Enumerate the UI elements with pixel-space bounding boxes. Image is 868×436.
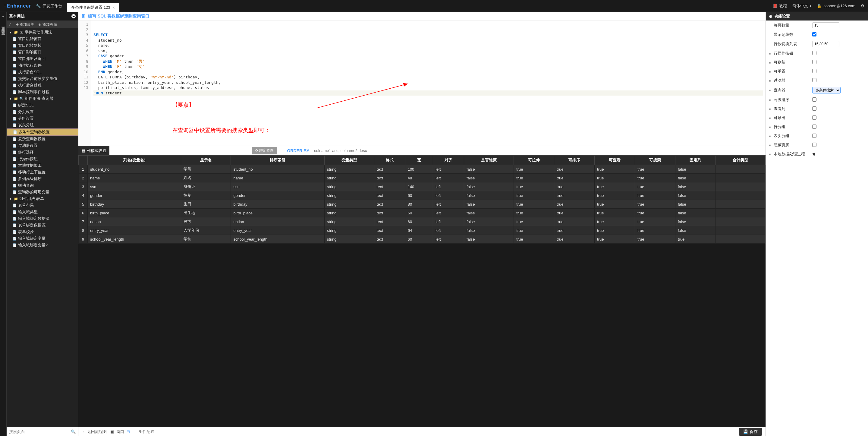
cell[interactable]: 80 (405, 200, 433, 209)
property-checkbox[interactable] (812, 143, 816, 147)
column-header[interactable]: 显示名 (181, 155, 231, 165)
table-row[interactable]: 1student_no学号student_nostringtext100left… (79, 165, 766, 174)
column-header[interactable]: 固定列 (675, 155, 715, 165)
cell[interactable]: true (514, 191, 554, 200)
cell[interactable]: 64 (405, 226, 433, 235)
file-item[interactable]: 📄移动行上下位置 (7, 169, 78, 175)
cell[interactable]: false (464, 209, 514, 217)
cell[interactable]: gender (88, 191, 181, 200)
cell[interactable]: string (324, 174, 374, 182)
cell[interactable]: true (595, 182, 635, 191)
table-row[interactable]: 3ssn身份证ssnstringtext140leftfalsetruetrue… (79, 182, 766, 191)
cell[interactable]: name (88, 174, 181, 182)
file-item[interactable]: 📄多行选择 (7, 149, 78, 155)
cell[interactable]: false (675, 200, 715, 209)
cell[interactable]: 60 (405, 191, 433, 200)
cell[interactable]: left (433, 200, 464, 209)
file-item[interactable]: 📄多条件查询器设置 (7, 128, 78, 136)
cell[interactable]: 民族 (181, 217, 231, 226)
cell[interactable]: nation (88, 217, 181, 226)
cell[interactable]: ssn (231, 182, 324, 191)
cell[interactable]: true (554, 191, 595, 200)
cell[interactable]: 140 (405, 182, 433, 191)
column-header[interactable]: 合计类型 (715, 155, 765, 165)
bind-query-button[interactable]: ⟳ 绑定查询 (252, 147, 277, 154)
cell[interactable]: left (433, 209, 464, 217)
save-button[interactable]: 💾 保存 (739, 428, 762, 436)
file-item[interactable]: 📄分组设置 (7, 115, 78, 122)
cell[interactable]: true (514, 235, 554, 244)
cell[interactable]: string (324, 209, 374, 217)
cell[interactable]: birth_place (231, 209, 324, 217)
cell[interactable] (715, 191, 765, 200)
cell[interactable]: 60 (405, 217, 433, 226)
file-item[interactable]: 📄脚本控制事件过程 (7, 89, 78, 95)
cell[interactable]: 100 (405, 165, 433, 174)
cell[interactable]: true (635, 209, 675, 217)
cell[interactable]: true (595, 174, 635, 182)
file-item[interactable]: 📄联动查询 (7, 182, 78, 189)
column-header[interactable]: 变量类型 (324, 155, 374, 165)
property-checkbox[interactable] (812, 107, 816, 111)
cell[interactable]: string (324, 191, 374, 200)
file-item[interactable]: 📄分页设置 (7, 109, 78, 115)
cell[interactable]: true (514, 200, 554, 209)
cell[interactable]: true (554, 182, 595, 191)
property-input[interactable] (812, 41, 839, 47)
cell[interactable]: true (514, 174, 554, 182)
cell[interactable]: left (433, 182, 464, 191)
cell[interactable]: true (554, 200, 595, 209)
cell[interactable]: true (635, 217, 675, 226)
folder-item[interactable]: ▾📁组件用法-表单 (7, 195, 78, 202)
cell[interactable]: true (554, 174, 595, 182)
cell[interactable]: 60 (405, 209, 433, 217)
dev-workbench-link[interactable]: 🔧 开发工作台 (36, 3, 62, 9)
cell[interactable]: false (675, 217, 715, 226)
cell[interactable]: true (554, 235, 595, 244)
file-item[interactable]: 📄执行后台过程 (7, 82, 78, 89)
rail-item[interactable]: 页面管理 (1, 23, 5, 25)
table-row[interactable]: 9school_year_length学制school_year_lengths… (79, 235, 766, 244)
cell[interactable]: text (374, 209, 405, 217)
cell[interactable]: left (433, 191, 464, 200)
file-item[interactable]: 📄提交后台前改变变量值 (7, 76, 78, 82)
close-icon[interactable]: × (113, 5, 115, 10)
cell[interactable]: student_no (88, 165, 181, 174)
column-header[interactable]: 宽 (405, 155, 433, 165)
cell[interactable]: true (635, 226, 675, 235)
table-row[interactable]: 8entry_year入学年份entry_yearstringtext64lef… (79, 226, 766, 235)
cell[interactable]: birthday (88, 200, 181, 209)
active-tab[interactable]: 多条件查询器设置 123 × (67, 3, 119, 12)
user-menu[interactable]: 🔒 soooon@126.com (817, 4, 855, 8)
add-page-button[interactable]: ⊕ 添加页面 (38, 22, 57, 27)
cell[interactable]: string (324, 200, 374, 209)
cell[interactable]: string (324, 165, 374, 174)
cell[interactable]: birth_place (88, 209, 181, 217)
cell[interactable]: true (514, 226, 554, 235)
cell[interactable]: text (374, 165, 405, 174)
expand-icon[interactable]: ⤢ (8, 22, 11, 27)
cell[interactable]: 入学年份 (181, 226, 231, 235)
cell[interactable]: entry_year (231, 226, 324, 235)
cell[interactable]: false (464, 165, 514, 174)
column-header[interactable]: 格式 (374, 155, 405, 165)
cell[interactable] (715, 200, 765, 209)
cell[interactable]: string (324, 182, 374, 191)
cell[interactable]: text (374, 235, 405, 244)
column-header[interactable]: 可拉伸 (514, 155, 554, 165)
cell[interactable]: student_no (231, 165, 324, 174)
cell[interactable]: name (231, 174, 324, 182)
cell[interactable]: 姓名 (181, 174, 231, 182)
table-row[interactable]: 2name姓名namestringtext48leftfalsetruetrue… (79, 174, 766, 182)
table-row[interactable]: 4gender性别genderstringtext60leftfalsetrue… (79, 191, 766, 200)
cell[interactable]: true (595, 165, 635, 174)
cell[interactable]: 48 (405, 174, 433, 182)
property-checkbox[interactable] (812, 32, 816, 36)
file-item[interactable]: 📄窗口影响窗口 (7, 49, 78, 56)
cell[interactable]: false (464, 174, 514, 182)
cell[interactable]: true (635, 235, 675, 244)
file-item[interactable]: 📄输入域绑定变量2 (7, 242, 78, 249)
file-item[interactable]: 📄查询器的可用变量 (7, 189, 78, 195)
cell[interactable]: true (514, 182, 554, 191)
cell[interactable]: false (464, 191, 514, 200)
